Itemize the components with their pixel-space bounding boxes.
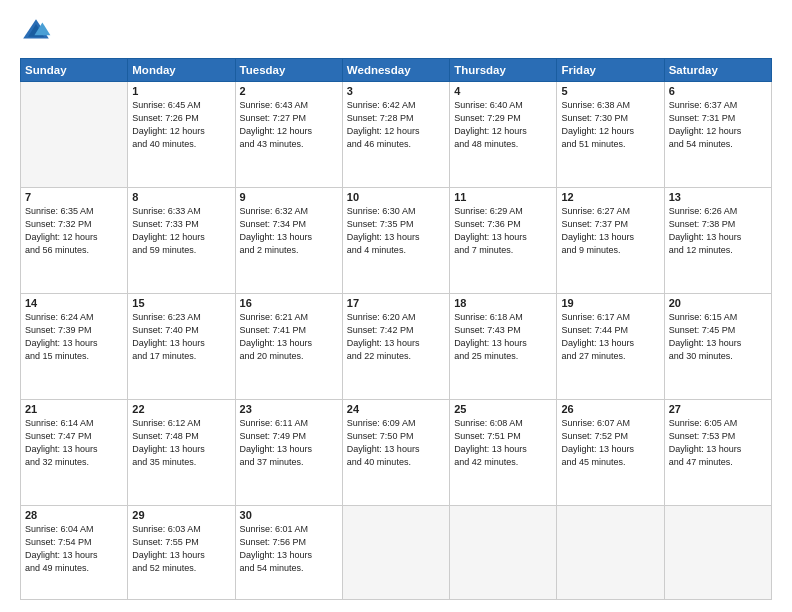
calendar-cell: 16Sunrise: 6:21 AM Sunset: 7:41 PM Dayli… xyxy=(235,293,342,399)
day-info: Sunrise: 6:12 AM Sunset: 7:48 PM Dayligh… xyxy=(132,417,230,469)
calendar-cell xyxy=(557,505,664,600)
calendar-cell: 9Sunrise: 6:32 AM Sunset: 7:34 PM Daylig… xyxy=(235,187,342,293)
day-info: Sunrise: 6:35 AM Sunset: 7:32 PM Dayligh… xyxy=(25,205,123,257)
day-info: Sunrise: 6:27 AM Sunset: 7:37 PM Dayligh… xyxy=(561,205,659,257)
calendar-cell: 4Sunrise: 6:40 AM Sunset: 7:29 PM Daylig… xyxy=(450,82,557,188)
day-info: Sunrise: 6:42 AM Sunset: 7:28 PM Dayligh… xyxy=(347,99,445,151)
day-number: 23 xyxy=(240,403,338,415)
day-info: Sunrise: 6:23 AM Sunset: 7:40 PM Dayligh… xyxy=(132,311,230,363)
week-row-4: 28Sunrise: 6:04 AM Sunset: 7:54 PM Dayli… xyxy=(21,505,772,600)
calendar-cell: 7Sunrise: 6:35 AM Sunset: 7:32 PM Daylig… xyxy=(21,187,128,293)
day-info: Sunrise: 6:14 AM Sunset: 7:47 PM Dayligh… xyxy=(25,417,123,469)
page: SundayMondayTuesdayWednesdayThursdayFrid… xyxy=(0,0,792,612)
calendar-cell xyxy=(21,82,128,188)
calendar-table: SundayMondayTuesdayWednesdayThursdayFrid… xyxy=(20,58,772,600)
column-header-sunday: Sunday xyxy=(21,59,128,82)
day-number: 13 xyxy=(669,191,767,203)
day-number: 26 xyxy=(561,403,659,415)
header xyxy=(20,16,772,48)
column-header-thursday: Thursday xyxy=(450,59,557,82)
calendar-cell: 24Sunrise: 6:09 AM Sunset: 7:50 PM Dayli… xyxy=(342,399,449,505)
day-number: 10 xyxy=(347,191,445,203)
day-info: Sunrise: 6:01 AM Sunset: 7:56 PM Dayligh… xyxy=(240,523,338,575)
day-number: 15 xyxy=(132,297,230,309)
calendar-cell: 12Sunrise: 6:27 AM Sunset: 7:37 PM Dayli… xyxy=(557,187,664,293)
week-row-0: 1Sunrise: 6:45 AM Sunset: 7:26 PM Daylig… xyxy=(21,82,772,188)
calendar-cell: 27Sunrise: 6:05 AM Sunset: 7:53 PM Dayli… xyxy=(664,399,771,505)
calendar-cell: 11Sunrise: 6:29 AM Sunset: 7:36 PM Dayli… xyxy=(450,187,557,293)
calendar-cell xyxy=(450,505,557,600)
calendar-cell: 29Sunrise: 6:03 AM Sunset: 7:55 PM Dayli… xyxy=(128,505,235,600)
calendar-cell: 1Sunrise: 6:45 AM Sunset: 7:26 PM Daylig… xyxy=(128,82,235,188)
day-info: Sunrise: 6:37 AM Sunset: 7:31 PM Dayligh… xyxy=(669,99,767,151)
day-info: Sunrise: 6:32 AM Sunset: 7:34 PM Dayligh… xyxy=(240,205,338,257)
day-info: Sunrise: 6:33 AM Sunset: 7:33 PM Dayligh… xyxy=(132,205,230,257)
calendar-cell: 25Sunrise: 6:08 AM Sunset: 7:51 PM Dayli… xyxy=(450,399,557,505)
calendar-cell: 10Sunrise: 6:30 AM Sunset: 7:35 PM Dayli… xyxy=(342,187,449,293)
day-info: Sunrise: 6:18 AM Sunset: 7:43 PM Dayligh… xyxy=(454,311,552,363)
day-info: Sunrise: 6:04 AM Sunset: 7:54 PM Dayligh… xyxy=(25,523,123,575)
day-number: 11 xyxy=(454,191,552,203)
day-number: 2 xyxy=(240,85,338,97)
day-number: 14 xyxy=(25,297,123,309)
calendar-cell: 23Sunrise: 6:11 AM Sunset: 7:49 PM Dayli… xyxy=(235,399,342,505)
column-header-monday: Monday xyxy=(128,59,235,82)
calendar-cell: 5Sunrise: 6:38 AM Sunset: 7:30 PM Daylig… xyxy=(557,82,664,188)
day-number: 21 xyxy=(25,403,123,415)
day-number: 30 xyxy=(240,509,338,521)
calendar-cell xyxy=(664,505,771,600)
calendar-cell: 21Sunrise: 6:14 AM Sunset: 7:47 PM Dayli… xyxy=(21,399,128,505)
calendar-cell: 6Sunrise: 6:37 AM Sunset: 7:31 PM Daylig… xyxy=(664,82,771,188)
day-info: Sunrise: 6:24 AM Sunset: 7:39 PM Dayligh… xyxy=(25,311,123,363)
day-info: Sunrise: 6:29 AM Sunset: 7:36 PM Dayligh… xyxy=(454,205,552,257)
day-number: 6 xyxy=(669,85,767,97)
day-number: 28 xyxy=(25,509,123,521)
day-info: Sunrise: 6:03 AM Sunset: 7:55 PM Dayligh… xyxy=(132,523,230,575)
day-info: Sunrise: 6:38 AM Sunset: 7:30 PM Dayligh… xyxy=(561,99,659,151)
calendar-cell: 13Sunrise: 6:26 AM Sunset: 7:38 PM Dayli… xyxy=(664,187,771,293)
day-number: 22 xyxy=(132,403,230,415)
column-header-saturday: Saturday xyxy=(664,59,771,82)
day-number: 24 xyxy=(347,403,445,415)
day-number: 29 xyxy=(132,509,230,521)
day-info: Sunrise: 6:15 AM Sunset: 7:45 PM Dayligh… xyxy=(669,311,767,363)
calendar-cell: 8Sunrise: 6:33 AM Sunset: 7:33 PM Daylig… xyxy=(128,187,235,293)
day-info: Sunrise: 6:07 AM Sunset: 7:52 PM Dayligh… xyxy=(561,417,659,469)
calendar-cell: 14Sunrise: 6:24 AM Sunset: 7:39 PM Dayli… xyxy=(21,293,128,399)
column-header-friday: Friday xyxy=(557,59,664,82)
calendar-cell: 2Sunrise: 6:43 AM Sunset: 7:27 PM Daylig… xyxy=(235,82,342,188)
day-info: Sunrise: 6:26 AM Sunset: 7:38 PM Dayligh… xyxy=(669,205,767,257)
day-number: 17 xyxy=(347,297,445,309)
logo xyxy=(20,16,56,48)
calendar-cell: 19Sunrise: 6:17 AM Sunset: 7:44 PM Dayli… xyxy=(557,293,664,399)
calendar-cell xyxy=(342,505,449,600)
day-info: Sunrise: 6:43 AM Sunset: 7:27 PM Dayligh… xyxy=(240,99,338,151)
calendar-cell: 22Sunrise: 6:12 AM Sunset: 7:48 PM Dayli… xyxy=(128,399,235,505)
day-info: Sunrise: 6:17 AM Sunset: 7:44 PM Dayligh… xyxy=(561,311,659,363)
calendar-cell: 3Sunrise: 6:42 AM Sunset: 7:28 PM Daylig… xyxy=(342,82,449,188)
day-number: 27 xyxy=(669,403,767,415)
day-number: 8 xyxy=(132,191,230,203)
day-info: Sunrise: 6:05 AM Sunset: 7:53 PM Dayligh… xyxy=(669,417,767,469)
day-number: 5 xyxy=(561,85,659,97)
week-row-3: 21Sunrise: 6:14 AM Sunset: 7:47 PM Dayli… xyxy=(21,399,772,505)
day-info: Sunrise: 6:20 AM Sunset: 7:42 PM Dayligh… xyxy=(347,311,445,363)
week-row-1: 7Sunrise: 6:35 AM Sunset: 7:32 PM Daylig… xyxy=(21,187,772,293)
day-info: Sunrise: 6:08 AM Sunset: 7:51 PM Dayligh… xyxy=(454,417,552,469)
day-number: 7 xyxy=(25,191,123,203)
week-row-2: 14Sunrise: 6:24 AM Sunset: 7:39 PM Dayli… xyxy=(21,293,772,399)
day-info: Sunrise: 6:09 AM Sunset: 7:50 PM Dayligh… xyxy=(347,417,445,469)
day-number: 25 xyxy=(454,403,552,415)
column-header-wednesday: Wednesday xyxy=(342,59,449,82)
calendar-header-row: SundayMondayTuesdayWednesdayThursdayFrid… xyxy=(21,59,772,82)
calendar-cell: 30Sunrise: 6:01 AM Sunset: 7:56 PM Dayli… xyxy=(235,505,342,600)
day-number: 9 xyxy=(240,191,338,203)
day-number: 19 xyxy=(561,297,659,309)
day-info: Sunrise: 6:40 AM Sunset: 7:29 PM Dayligh… xyxy=(454,99,552,151)
day-number: 20 xyxy=(669,297,767,309)
day-info: Sunrise: 6:45 AM Sunset: 7:26 PM Dayligh… xyxy=(132,99,230,151)
calendar-cell: 15Sunrise: 6:23 AM Sunset: 7:40 PM Dayli… xyxy=(128,293,235,399)
calendar-cell: 20Sunrise: 6:15 AM Sunset: 7:45 PM Dayli… xyxy=(664,293,771,399)
day-number: 16 xyxy=(240,297,338,309)
calendar-cell: 18Sunrise: 6:18 AM Sunset: 7:43 PM Dayli… xyxy=(450,293,557,399)
